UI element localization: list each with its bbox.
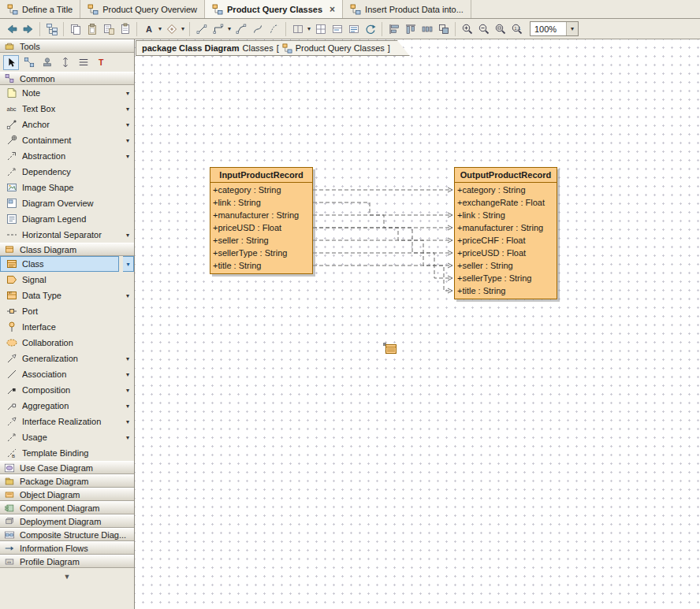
palette-item-generalization[interactable]: Generalization ▾	[0, 351, 134, 366]
line-spline-button[interactable]	[266, 21, 282, 37]
palette-header-profile-diagram[interactable]: «» Profile Diagram	[0, 555, 134, 568]
distribute-button[interactable]	[419, 21, 435, 37]
palette-item-containment[interactable]: Containment ▾	[0, 132, 134, 148]
chevron-down-icon[interactable]: ▾	[126, 418, 132, 425]
copy-button[interactable]	[67, 21, 84, 37]
paste-button[interactable]	[84, 21, 100, 37]
compartment-button[interactable]	[329, 21, 345, 37]
line-oblique-button[interactable]	[233, 21, 249, 37]
attribute-row[interactable]: +priceUSD : Float	[210, 221, 312, 234]
palette-scroll-down-button[interactable]: ▼	[0, 568, 134, 585]
chevron-down-icon[interactable]: ▾	[180, 25, 186, 32]
palette-item-association[interactable]: Association ▾	[0, 366, 134, 382]
match-size-button[interactable]	[435, 21, 452, 37]
palette-header-tools[interactable]: Tools	[0, 39, 134, 53]
attribute-row[interactable]: +priceUSD : Float	[455, 247, 557, 259]
line-rectilinear-button[interactable]	[210, 21, 226, 37]
palette-item-class[interactable]: Class ▾	[0, 256, 134, 272]
palette-item-signal[interactable]: Signal	[0, 272, 134, 288]
zoom-1-1-button[interactable]: 1:1	[508, 21, 525, 37]
palette-item-diagram-legend[interactable]: Diagram Legend	[0, 211, 134, 227]
containment-tree-button[interactable]	[43, 21, 60, 37]
palette-header-information-flows[interactable]: Information Flows	[0, 541, 134, 555]
line-straight-button[interactable]	[193, 21, 210, 37]
zoom-in-button[interactable]	[459, 21, 475, 37]
close-tab-icon[interactable]: ×	[330, 4, 335, 15]
attribute-row[interactable]: +seller : String	[210, 234, 312, 247]
attribute-row[interactable]: +title : String	[455, 284, 557, 297]
palette-item-port[interactable]: Port	[0, 303, 134, 319]
chevron-down-icon[interactable]: ▾	[126, 153, 132, 160]
chevron-down-icon[interactable]: ▾	[126, 387, 132, 394]
line-curve-button[interactable]	[249, 21, 266, 37]
tab-define-a-title[interactable]: Define a Title	[0, 0, 80, 18]
palette-header-class-diagram[interactable]: Class Diagram	[0, 243, 134, 256]
attribute-row[interactable]: +category : String	[210, 184, 312, 196]
palette-header-use-case-diagram[interactable]: Use Case Diagram	[0, 461, 134, 474]
chevron-down-icon[interactable]: ▾	[123, 256, 134, 272]
palette-item-dependency[interactable]: Dependency	[0, 164, 134, 180]
chevron-down-icon[interactable]: ▾	[226, 25, 233, 32]
chevron-down-icon[interactable]: ▾	[126, 90, 132, 97]
swimlane-button[interactable]	[289, 21, 306, 37]
palette-item-collaboration[interactable]: Collaboration	[0, 335, 134, 351]
palette-header-deployment-diagram[interactable]: Deployment Diagram	[0, 514, 134, 528]
palette-header-package-diagram[interactable]: Package Diagram	[0, 474, 134, 488]
zoom-fit-button[interactable]	[492, 21, 508, 37]
attribute-row[interactable]: +link : String	[210, 196, 312, 209]
zoom-level-select[interactable]: 100% ▾	[530, 21, 579, 36]
chevron-down-icon[interactable]: ▾	[126, 355, 132, 362]
palette-item-horizontal-separator[interactable]: Horizontal Separator ▾	[0, 227, 134, 243]
palette-item-anchor[interactable]: Anchor ▾	[0, 117, 134, 132]
palette-item-class-main[interactable]: Class	[0, 256, 119, 272]
text-tool-button[interactable]: A	[140, 21, 157, 37]
palette-item-interface-realization[interactable]: Interface Realization ▾	[0, 414, 134, 429]
chevron-down-icon[interactable]: ▾	[126, 371, 132, 378]
stamp-tool-button[interactable]	[39, 55, 55, 70]
back-button[interactable]	[3, 21, 20, 37]
horizontal-lines-tool-button[interactable]	[76, 55, 91, 70]
diagram-canvas[interactable]: package Class Diagram Classes [ Product …	[135, 39, 700, 609]
attribute-row[interactable]: +sellerType : String	[210, 247, 312, 259]
chevron-down-icon[interactable]: ▾	[126, 232, 132, 239]
attribute-row[interactable]: +sellerType : String	[455, 272, 557, 284]
chevron-down-icon[interactable]: ▾	[126, 403, 132, 410]
palette-header-common[interactable]: Common	[0, 72, 134, 85]
tab-product-query-overview[interactable]: Product Query Overview	[80, 0, 205, 18]
attribute-row[interactable]: +link : String	[455, 209, 557, 221]
palette-header-component-diagram[interactable]: Component Diagram	[0, 501, 134, 514]
attribute-row[interactable]: +manufacturer : String	[455, 221, 557, 234]
align-top-button[interactable]	[402, 21, 419, 37]
class-output-product-record[interactable]: OutputProductRecord +category : String +…	[454, 167, 557, 299]
attribute-row[interactable]: +priceCHF : Float	[455, 234, 557, 247]
related-elements-tool-button[interactable]	[21, 55, 37, 70]
attribute-row[interactable]: +seller : String	[455, 259, 557, 272]
attribute-row[interactable]: +category : String	[455, 184, 557, 196]
attribute-row[interactable]: +exchangeRate : Float	[455, 196, 557, 209]
palette-item-image-shape[interactable]: Image Shape	[0, 180, 134, 195]
palette-item-template-binding[interactable]: B Template Binding	[0, 445, 134, 461]
attribute-row[interactable]: +manufacturer : String	[210, 209, 312, 221]
forward-button[interactable]	[20, 21, 36, 37]
palette-item-text-box[interactable]: abc Text Box ▾	[0, 101, 134, 117]
chevron-down-icon[interactable]: ▾	[126, 106, 132, 113]
zoom-out-button[interactable]	[475, 21, 492, 37]
palette-item-interface[interactable]: Interface	[0, 319, 134, 335]
chevron-down-icon[interactable]: ▾	[126, 292, 132, 299]
palette-item-diagram-overview[interactable]: Diagram Overview	[0, 195, 134, 211]
palette-item-data-type[interactable]: dT Data Type ▾	[0, 288, 134, 303]
paste-special-button[interactable]	[100, 21, 117, 37]
align-left-button[interactable]	[385, 21, 402, 37]
class-name[interactable]: InputProductRecord	[210, 168, 312, 183]
tab-product-query-classes[interactable]: Product Query Classes ×	[205, 0, 343, 18]
palette-item-note[interactable]: Note ▾	[0, 85, 134, 101]
show-options-button[interactable]	[345, 21, 362, 37]
free-text-tool-button[interactable]: T	[94, 55, 110, 70]
clipboard-button[interactable]	[117, 21, 133, 37]
chevron-down-icon[interactable]: ▾	[126, 121, 132, 128]
chevron-down-icon[interactable]: ▾	[126, 137, 132, 144]
palette-item-usage[interactable]: Usage ▾	[0, 429, 134, 445]
vertical-spacing-tool-button[interactable]	[58, 55, 73, 70]
palette-item-abstraction[interactable]: Abstraction ▾	[0, 148, 134, 164]
tab-insert-product-data[interactable]: Insert Product Data into...	[343, 0, 471, 18]
